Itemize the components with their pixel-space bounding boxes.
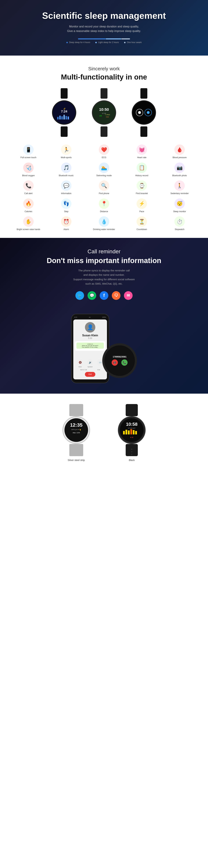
call-actions[interactable]: 🔇 Mute 🔊 Speaker ⌨️	[75, 359, 105, 368]
svg-text:12:35: 12:35	[70, 422, 82, 428]
svg-rect-10	[63, 115, 65, 120]
feature-label: Information	[61, 192, 71, 195]
feature-label: History record	[135, 174, 148, 177]
caller-name: Susan Klein	[82, 334, 98, 337]
feature-btphoto: 📷 Bluetooth photo	[162, 162, 198, 177]
feature-calories: 🔥 Calories	[10, 198, 46, 213]
svg-rect-13	[101, 88, 107, 99]
legend-deep: Deep sleep for 4 hours	[66, 41, 90, 43]
silver-watch-display: 12:35 BPM pm ♥ 👆 step: 1234	[54, 404, 99, 456]
feature-findbracelet: ⌚ Find bracelet	[124, 180, 160, 195]
feature-bloodpressure: 🩸 Blood pressure	[162, 145, 198, 159]
distance-icon: 📍	[99, 198, 109, 209]
signal-icon: ▪▪▪	[89, 316, 91, 318]
feature-label: Call alert	[24, 192, 32, 195]
end-call-button[interactable]: End	[85, 372, 95, 377]
feature-label: Alarm	[63, 228, 69, 231]
svg-point-29	[147, 111, 149, 114]
svg-rect-11	[66, 116, 67, 120]
feature-label: Find bracelet	[136, 192, 148, 195]
facebook-icon: f	[100, 291, 108, 300]
feature-label: Distance	[100, 210, 108, 213]
svg-rect-7	[57, 117, 59, 120]
social-icons: 🐦 💬 f 🗨 ✉	[14, 291, 194, 300]
caller-avatar: 👤	[85, 322, 95, 333]
countdown-icon: ⏳	[137, 216, 147, 227]
sleep-bar	[14, 38, 194, 39]
feature-label: Find phone	[99, 192, 109, 195]
legend-awake: One hour awark	[124, 41, 142, 43]
feature-label: Blood pressure	[173, 156, 187, 159]
feature-history: 📋 History record	[124, 162, 160, 177]
bloodoxygen-icon: 🩺	[23, 162, 34, 173]
feature-stopwatch: ⏱️ Stopwatch	[162, 216, 198, 231]
water-icon: 💧	[99, 216, 109, 227]
svg-rect-54	[130, 429, 132, 434]
svg-point-27	[138, 111, 141, 114]
svg-rect-52	[126, 430, 127, 434]
feature-water: 💧 Drinking water reminder	[86, 216, 122, 231]
svg-rect-14	[101, 126, 107, 137]
findbracelet-icon: ⌚	[137, 180, 147, 191]
svg-rect-55	[133, 430, 135, 434]
feature-bloodoxygen: 🩺 Blood oxygen	[10, 162, 46, 177]
sleep-title: Scientific sleep management	[14, 10, 194, 21]
feature-label: Bluetooth photo	[172, 174, 187, 177]
silver-watch-item: 12:35 BPM pm ♥ 👆 step: 1234 Silver steel…	[54, 404, 99, 462]
svg-text:+1.5512: +1.5512	[105, 114, 110, 116]
watch-call-buttons[interactable]: 📵 📞	[112, 360, 128, 366]
addtocall-button[interactable]: Add to Call	[80, 369, 87, 371]
svg-rect-1	[61, 126, 68, 137]
watch-styles-row: 12:35 BPM pm ♥ 👆 step: 1234 Silver steel…	[7, 404, 201, 462]
svg-rect-41	[126, 404, 138, 416]
multi-section: Sincerely work Multi-functionality in on…	[0, 56, 208, 238]
feature-findphone: 🔍 Find phone	[86, 180, 122, 195]
feature-ecg: ❤️ ECG	[86, 145, 122, 159]
feature-label: Stopwatch	[175, 228, 184, 231]
feature-label: Countdown	[137, 228, 147, 231]
feature-multisports: 🏃 Multi-sports	[48, 145, 84, 159]
svg-rect-22	[140, 88, 147, 99]
svg-point-45	[131, 454, 132, 455]
black-label: Black	[129, 459, 135, 462]
call-subtitle: Call reminder	[14, 248, 194, 255]
phone-status-bar: 4:21 ▪▪▪ 100%	[73, 316, 107, 318]
watch-accept-button[interactable]: 📞	[121, 360, 128, 366]
call-description: The phone syncs to display the reminder …	[14, 268, 194, 286]
watch-1: 🌙 7:24 M	[47, 88, 81, 137]
watch-decline-button[interactable]: 📵	[112, 360, 118, 366]
svg-text:step: 1234: step: 1234	[73, 432, 80, 434]
feature-label: Drinking water reminder	[93, 228, 115, 231]
feature-countdown: ⏳ Countdown	[124, 216, 160, 231]
feature-swimming: 🏊 Swimming mode	[86, 162, 122, 177]
swimming-icon: 🏊	[99, 162, 109, 173]
svg-text:7:24: 7:24	[61, 110, 67, 113]
feature-pace: ⚡ Pace	[124, 198, 160, 213]
call-title: Don't miss important information	[14, 256, 194, 265]
black-watch-item: 10:58 07-09 SAT ♥ 98 Black	[109, 404, 154, 462]
feature-fullscreen: 📱 Full screen touch	[10, 145, 46, 159]
feature-label: Sleep monitor	[173, 210, 186, 213]
feature-info: 💬 Information	[48, 180, 84, 195]
mute-button[interactable]: 🔇 Mute	[77, 359, 83, 368]
sleep-section: Scientific sleep management Monitor and …	[0, 0, 208, 56]
step-icon: 👣	[61, 198, 71, 209]
feature-callalert: 📞 Call alert	[10, 180, 46, 195]
call-watch-mockup: 17895623581 📵 📞	[102, 343, 137, 378]
svg-rect-23	[140, 126, 147, 137]
chat-button[interactable]: Chat	[97, 369, 100, 371]
call-actions-2[interactable]: Add to Call Chat	[75, 369, 105, 371]
multi-subtitle: Sincerely work	[7, 66, 201, 71]
svg-rect-8	[59, 116, 61, 120]
message-icon: ✉	[124, 291, 133, 300]
sleep-legend: Deep sleep for 4 hours Light sleep for 2…	[14, 41, 194, 43]
silver-label: Silver steel strip	[68, 459, 85, 462]
speaker-button[interactable]: 🔊 Speaker	[87, 359, 93, 368]
chat-icon: 🗨	[112, 291, 120, 300]
feature-step: 👣 Step	[48, 198, 84, 213]
sleep-icon: 😴	[174, 198, 185, 209]
feature-label: Pace	[139, 210, 144, 213]
svg-rect-53	[128, 430, 130, 434]
btphoto-icon: 📷	[174, 162, 185, 173]
stopwatch-icon: ⏱️	[174, 216, 185, 227]
